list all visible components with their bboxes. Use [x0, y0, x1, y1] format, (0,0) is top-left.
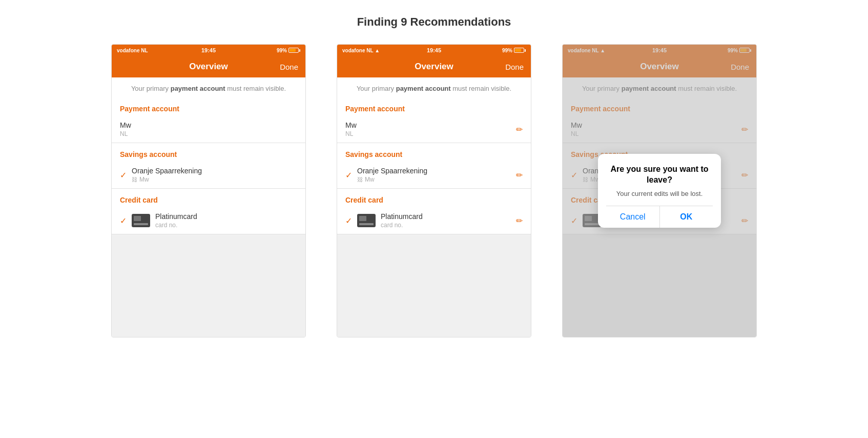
dialog-overlay: Are you sure you want to leave? Your cur… [563, 45, 756, 337]
primary-notice-2: Your primary payment account must remain… [337, 77, 531, 97]
savings-row-2: ✓ Oranje Spaarrekening ⛓ Mw ✏ [337, 163, 531, 189]
dialog-box: Are you sure you want to leave? Your cur… [598, 154, 721, 228]
status-right-1: 99% [277, 48, 300, 53]
section-credit-header-2: Credit card [337, 189, 531, 208]
phone-2: vodafone NL ▲ 19:45 99% Overview Done Yo… [337, 44, 531, 337]
nav-bar-2: Overview Done [337, 56, 531, 77]
dialog-buttons: Cancel OK [606, 206, 713, 228]
carrier-1: vodafone NL [117, 48, 148, 53]
credit-thumbnail-2 [357, 214, 376, 227]
status-bar-1: vodafone NL 19:45 99% [112, 45, 305, 56]
nav-bar-1: Overview Done [112, 56, 305, 77]
credit-thumbnail-1 [132, 214, 150, 227]
battery-icon-1 [288, 48, 300, 53]
content-1: Your primary payment account must remain… [112, 77, 305, 234]
gray-area-2 [337, 234, 531, 337]
check-icon-savings-1: ✓ [120, 170, 127, 180]
gray-area-1 [112, 234, 305, 337]
savings-name-1: Oranje Spaarrekening [132, 167, 297, 175]
dialog-message: Your current edits will be lost. [606, 190, 713, 197]
check-icon-credit-1: ✓ [120, 216, 127, 226]
payment-sub-2: NL [345, 130, 516, 137]
nav-title-1: Overview [189, 62, 228, 72]
battery-percent-1: 99% [277, 48, 287, 53]
carrier-2: vodafone NL ▲ [342, 48, 380, 53]
credit-row-1: ✓ Platinumcard card no. [112, 208, 305, 234]
edit-icon-savings-2[interactable]: ✏ [516, 170, 523, 180]
payment-row-2: Mw NL ✏ [337, 117, 531, 143]
battery-icon-2 [514, 48, 526, 53]
phone-1: vodafone NL 19:45 99% Overview Done Your… [111, 44, 306, 337]
link-icon-2: ⛓ [357, 176, 363, 183]
savings-sub-2: ⛓ Mw [357, 176, 516, 183]
dialog-ok-button[interactable]: OK [660, 206, 713, 228]
primary-notice-1: Your primary payment account must remain… [112, 77, 305, 97]
link-icon-1: ⛓ [132, 176, 137, 183]
dialog-title: Are you sure you want to leave? [606, 164, 713, 186]
credit-sub-2: card no. [381, 222, 516, 229]
check-icon-credit-2: ✓ [345, 216, 352, 226]
payment-name-2: Mw [345, 121, 516, 129]
status-bar-2: vodafone NL ▲ 19:45 99% [337, 45, 531, 56]
edit-icon-payment-2[interactable]: ✏ [516, 125, 523, 134]
edit-icon-credit-2[interactable]: ✏ [516, 216, 523, 226]
section-savings-header-1: Savings account [112, 143, 305, 163]
savings-name-2: Oranje Spaarrekening [357, 167, 516, 175]
credit-name-1: Platinumcard [155, 212, 297, 221]
section-credit-header-1: Credit card [112, 189, 305, 208]
credit-row-2: ✓ Platinumcard card no. ✏ [337, 208, 531, 234]
payment-row-1: Mw NL [112, 117, 305, 143]
nav-title-2: Overview [415, 62, 453, 72]
status-right-2: 99% [502, 48, 526, 53]
credit-name-2: Platinumcard [381, 212, 516, 221]
content-2: Your primary payment account must remain… [337, 77, 531, 234]
section-payment-header-1: Payment account [112, 97, 305, 117]
done-button-2[interactable]: Done [505, 63, 524, 71]
section-savings-header-2: Savings account [337, 143, 531, 163]
savings-sub-1: ⛓ Mw [132, 176, 297, 183]
payment-sub-1: NL [120, 130, 297, 137]
time-1: 19:45 [201, 47, 216, 53]
time-2: 19:45 [427, 47, 441, 53]
page-title: Finding 9 Recommendations [0, 0, 868, 39]
check-icon-savings-2: ✓ [345, 170, 352, 180]
phones-container: vodafone NL 19:45 99% Overview Done Your… [0, 39, 868, 343]
dialog-cancel-button[interactable]: Cancel [606, 206, 660, 228]
done-button-1[interactable]: Done [280, 63, 298, 71]
credit-sub-1: card no. [155, 222, 297, 229]
battery-percent-2: 99% [502, 48, 512, 53]
payment-name-1: Mw [120, 121, 297, 129]
section-payment-header-2: Payment account [337, 97, 531, 117]
phone-3: vodafone NL ▲ 19:45 99% Overview Done Yo… [562, 44, 757, 337]
savings-row-1: ✓ Oranje Spaarrekening ⛓ Mw [112, 163, 305, 189]
